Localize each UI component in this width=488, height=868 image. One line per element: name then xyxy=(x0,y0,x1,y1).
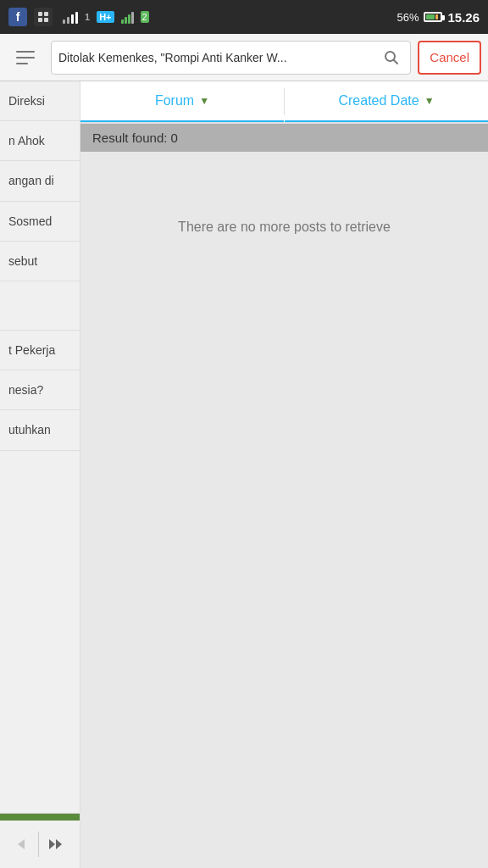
battery-percent: 56% xyxy=(396,11,419,24)
svg-rect-0 xyxy=(38,12,42,16)
network-type-icon: 1 xyxy=(85,12,90,22)
sidebar-nav-bottom xyxy=(0,821,80,868)
svg-line-5 xyxy=(394,59,398,64)
battery-icon xyxy=(424,12,442,22)
search-query-text: Ditolak Kemenkes, "Rompi Anti Kanker W..… xyxy=(58,51,374,64)
sidebar-item-empty[interactable] xyxy=(0,281,80,331)
signal-icon-2 xyxy=(121,10,134,24)
clock: 15.26 xyxy=(447,10,480,25)
sort-tabs: Forum ▼ Created Date ▼ xyxy=(80,81,488,124)
network-number-icon: 2 xyxy=(141,11,149,23)
svg-rect-1 xyxy=(44,12,48,16)
sidebar-item-utuhkan[interactable]: utuhkan xyxy=(0,410,80,450)
status-bar-right: 56% 15.26 xyxy=(396,10,480,25)
menu-button[interactable] xyxy=(7,39,44,76)
sidebar: Direksi n Ahok angan di Sosmed sebut t P… xyxy=(0,81,80,868)
search-input-container[interactable]: Ditolak Kemenkes, "Rompi Anti Kanker W..… xyxy=(51,41,411,75)
sidebar-bottom xyxy=(0,813,80,868)
svg-marker-6 xyxy=(18,839,25,849)
menu-lines-icon xyxy=(16,51,35,64)
svg-rect-2 xyxy=(38,18,42,22)
nav-divider xyxy=(38,832,39,857)
result-count: Result found: 0 xyxy=(92,131,178,145)
h-plus-icon: H+ xyxy=(97,11,114,23)
facebook-icon: f xyxy=(8,8,27,26)
right-panel: Forum ▼ Created Date ▼ Result found: 0 T… xyxy=(80,81,488,868)
sidebar-item-nesia[interactable]: nesia? xyxy=(0,370,80,410)
menu-line-3 xyxy=(16,63,28,64)
svg-rect-3 xyxy=(44,18,48,22)
sidebar-forward-button[interactable] xyxy=(42,831,73,858)
status-bar-left: f 1 H+ 2 xyxy=(8,8,149,26)
tab-forum[interactable]: Forum ▼ xyxy=(80,81,284,122)
sidebar-item-ahok[interactable]: n Ahok xyxy=(0,121,80,161)
main-content: Direksi n Ahok angan di Sosmed sebut t P… xyxy=(0,81,488,868)
tab-created-date-label: Created Date xyxy=(338,93,419,108)
results-header: Result found: 0 xyxy=(80,124,488,152)
tab-forum-label: Forum xyxy=(155,93,194,108)
svg-marker-7 xyxy=(49,839,55,849)
sidebar-back-button[interactable] xyxy=(8,831,35,858)
sidebar-green-bar xyxy=(0,814,80,821)
signal-icon xyxy=(63,10,78,24)
search-bar: Ditolak Kemenkes, "Rompi Anti Kanker W..… xyxy=(0,34,488,81)
empty-state-message: There are no more posts to retrieve xyxy=(178,220,391,235)
status-bar: f 1 H+ 2 56% xyxy=(0,0,488,34)
tab-created-date-arrow: ▼ xyxy=(424,95,435,107)
sidebar-item-sebut[interactable]: sebut xyxy=(0,242,80,281)
sidebar-item-direksi[interactable]: Direksi xyxy=(0,81,80,121)
blackberry-icon xyxy=(34,8,53,26)
cancel-button[interactable]: Cancel xyxy=(418,41,481,75)
sidebar-item-angan[interactable]: angan di xyxy=(0,161,80,201)
svg-marker-8 xyxy=(56,839,62,849)
empty-state: There are no more posts to retrieve xyxy=(80,152,488,868)
sidebar-item-pekerja[interactable]: t Pekerja xyxy=(0,331,80,370)
menu-line-2 xyxy=(16,57,35,58)
search-icon[interactable] xyxy=(380,46,403,70)
menu-line-1 xyxy=(16,51,35,53)
tab-created-date[interactable]: Created Date ▼ xyxy=(285,81,488,122)
sidebar-item-sosmed[interactable]: Sosmed xyxy=(0,202,80,242)
tab-forum-arrow: ▼ xyxy=(199,95,209,107)
